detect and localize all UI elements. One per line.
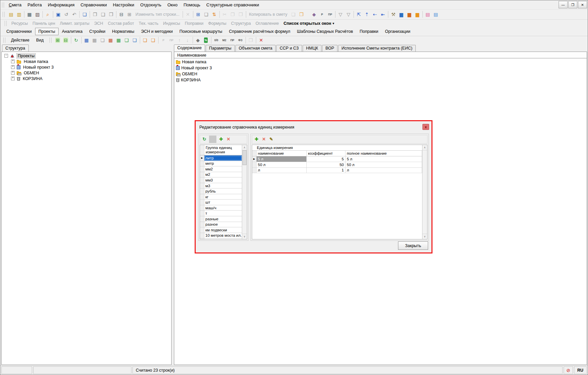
copy-doc-icon[interactable]: ❏ <box>289 10 297 18</box>
materials-icon[interactable]: ▆ <box>405 10 413 18</box>
expand-all-icon[interactable]: ⊞ <box>54 36 62 44</box>
panel-popravki[interactable]: Поправки <box>183 20 206 26</box>
unit-row-l[interactable]: л 1 л <box>252 168 422 173</box>
unit-name-cell[interactable]: 5 л <box>257 156 307 162</box>
toolbar-grip[interactable] <box>2 2 4 8</box>
tree-item-proekty[interactable]: - Проекты <box>2 53 171 59</box>
column-header-full[interactable]: полное наименование <box>346 151 422 156</box>
panel-oglavlenie[interactable]: Оглавление <box>253 20 281 26</box>
group-m2[interactable]: м2 <box>200 172 242 178</box>
tree-expander-icon[interactable]: + <box>11 60 15 63</box>
toolbar-grip[interactable] <box>50 38 52 43</box>
unit-coeff-cell[interactable]: 1 <box>307 168 346 173</box>
scroll-up-icon[interactable]: ∧ <box>422 145 427 150</box>
edit-unit-icon[interactable]: ✎ <box>268 136 275 143</box>
panel-formuly[interactable]: Формулы <box>206 20 228 26</box>
panel-panel-cen[interactable]: Панель цен <box>30 20 58 26</box>
tab-analitika[interactable]: Аналитика <box>59 28 86 35</box>
save-icon[interactable]: ▣ <box>54 10 62 18</box>
p-badge-icon[interactable]: P <box>318 10 326 18</box>
doc-gear-blue-icon[interactable]: ❏ <box>131 36 139 44</box>
wizard2-icon[interactable]: ❏ <box>149 36 157 44</box>
group-raznye[interactable]: разные <box>200 216 242 222</box>
add-group-icon[interactable]: ✚ <box>217 136 225 143</box>
scroll-up-icon[interactable]: ∧ <box>242 145 247 150</box>
panel-sostav-rabot[interactable]: Состав работ <box>105 20 136 26</box>
paste-icon[interactable]: ❒ <box>237 10 245 18</box>
p-doc-icon[interactable]: P <box>160 36 168 44</box>
change-row-type-label[interactable]: Изменить тип строки... <box>133 10 182 18</box>
toolbar-grip[interactable] <box>3 12 5 17</box>
add-unit-icon[interactable]: ✚ <box>253 136 260 143</box>
menu-spravochniki[interactable]: Справочники <box>78 1 110 9</box>
percent-icon[interactable]: % <box>202 36 210 44</box>
tab-organizacii[interactable]: Организации <box>382 28 414 35</box>
level-up-icon[interactable]: ⇡ <box>363 10 371 18</box>
language-indicator[interactable]: RU <box>574 366 587 374</box>
clipboard-icon[interactable]: ❒ <box>297 10 305 18</box>
table-green-icon[interactable]: ▦ <box>115 36 123 44</box>
tab-popravki[interactable]: Поправки <box>356 28 382 35</box>
panel-esn[interactable]: ЭСН <box>92 20 105 26</box>
abacus-icon[interactable]: ⊞ <box>194 10 202 18</box>
tab-nmck[interactable]: НМЦК <box>303 45 321 52</box>
group-t[interactable]: т <box>200 211 242 216</box>
scroll-down-icon[interactable]: ∨ <box>422 234 427 239</box>
tab-parametry[interactable]: Параметры <box>206 45 235 52</box>
tab-soderzhanie[interactable]: Содержание <box>174 45 205 52</box>
m2-icon[interactable]: М2 <box>220 36 228 44</box>
content-row-novyy-proekt-3[interactable]: Новый проект 3 <box>174 65 587 71</box>
print-icon[interactable]: ⊟ <box>117 10 125 18</box>
tree-expander-icon[interactable]: + <box>11 71 15 75</box>
catalog-gear-icon[interactable]: ❐ <box>91 10 99 18</box>
group-metr[interactable]: метр <box>200 161 242 167</box>
content-row-korzina[interactable]: КОРЗИНА <box>174 77 587 83</box>
unit-full-name-cell[interactable]: 5 л <box>346 156 422 162</box>
menu-vid[interactable]: Вид <box>33 37 47 44</box>
tab-stroyki[interactable]: Стройки <box>86 28 109 35</box>
tab-esn-i-metodiki[interactable]: ЭСН и методики <box>137 28 176 35</box>
undo-icon[interactable]: ↶ <box>70 10 78 18</box>
unit-coeff-cell[interactable]: 5 <box>307 156 346 162</box>
doc-note-icon[interactable]: ❏ <box>202 10 210 18</box>
tree-structure-icon[interactable]: ▤ <box>7 10 15 18</box>
move-up-icon[interactable]: ↑ <box>176 36 184 44</box>
dialog-close-button[interactable]: x <box>422 124 429 130</box>
panel-struktura[interactable]: Структура <box>229 20 253 26</box>
docs-blue-icon[interactable]: ▤ <box>432 10 440 18</box>
delete-unit-icon[interactable]: ✕ <box>260 136 268 143</box>
tab-poiskovye-marshruty[interactable]: Поисковые маршруты <box>176 28 226 35</box>
group-mm3[interactable]: мм3 <box>200 177 242 183</box>
wizard-icon[interactable]: ❏ <box>141 36 149 44</box>
tab-ispolnenie-smety-kontrakta[interactable]: Исполнение Сметы контракта (ЕИС) <box>338 45 416 52</box>
pr-badge-icon[interactable]: ПР <box>326 10 334 18</box>
tree-expander-icon[interactable]: + <box>11 77 15 80</box>
truck-orange-icon[interactable]: ▆ <box>413 10 421 18</box>
truck-icon[interactable]: ▆ <box>397 10 405 18</box>
refresh-groups-icon[interactable]: ↻ <box>201 136 208 143</box>
panel-resursy[interactable]: Ресурсы <box>9 20 30 26</box>
tab-spravochniki[interactable]: Справочники <box>3 28 35 35</box>
tab-structure[interactable]: Структура <box>2 45 29 52</box>
catalog-gear2-icon[interactable]: ❑ <box>99 10 107 18</box>
delete-icon[interactable]: ✕ <box>257 36 265 44</box>
unit-full-name-cell[interactable]: 50 л <box>346 162 422 167</box>
unit-coeff-cell[interactable]: 50 <box>307 162 346 167</box>
menu-rabota[interactable]: Работа <box>24 1 45 9</box>
content-row-novaya-papka[interactable]: Новая папка <box>174 59 587 65</box>
close-button[interactable]: ✕ <box>578 1 587 8</box>
tree-item-obmen[interactable]: + ОБМЕН <box>2 70 171 76</box>
groups-scrollbar[interactable]: ∧ ∨ <box>242 145 247 239</box>
tab-spravochnik-raschetnyh-formul[interactable]: Справочник расчётных формул <box>226 28 294 35</box>
group-tochka-podvesa[interactable]: точка подвеса на р... <box>200 238 242 239</box>
panel-indeksy[interactable]: Индексы <box>161 20 183 26</box>
filter-clear-icon[interactable]: ▽ <box>345 10 353 18</box>
tab-obektnaya-smeta[interactable]: Объектная смета <box>235 45 276 52</box>
filter-add-icon[interactable]: ▽ <box>336 10 345 18</box>
tree-expander-icon[interactable]: + <box>11 65 15 69</box>
doc-gear-green-icon[interactable]: ❏ <box>123 36 131 44</box>
scroll-down-icon[interactable]: ∨ <box>242 234 247 239</box>
group-m3[interactable]: м3 <box>200 183 242 189</box>
tab-normativy[interactable]: Нормативы <box>109 28 138 35</box>
tab-proekty[interactable]: Проекты <box>35 28 59 35</box>
